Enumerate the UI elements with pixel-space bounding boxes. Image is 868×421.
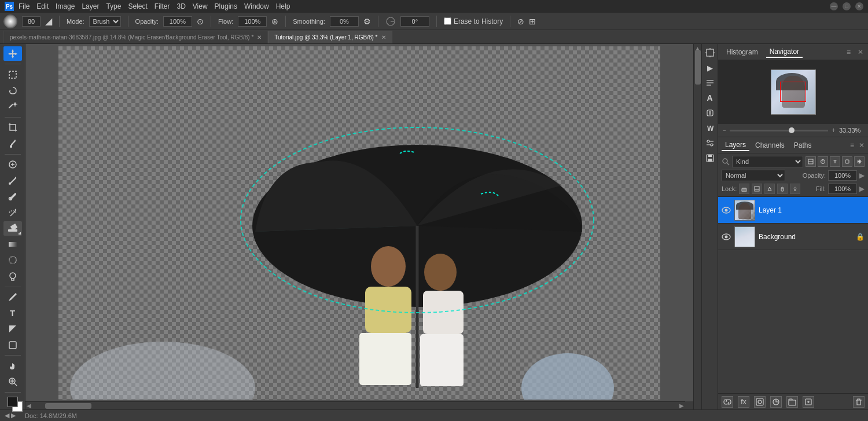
maximize-button[interactable]: □	[843, 2, 851, 10]
opacity-input[interactable]: 100%	[163, 16, 192, 27]
canvas-area[interactable]: ◀ ▶	[25, 44, 693, 409]
erase-to-history-label[interactable]: Erase to History	[444, 17, 503, 25]
scroll-left-arrow[interactable]: ◀	[27, 402, 31, 409]
foreground-background[interactable]	[8, 397, 18, 407]
canvas-scroll[interactable]	[25, 44, 693, 401]
lock-position-icon[interactable]	[777, 184, 788, 194]
add-mask-button[interactable]	[754, 396, 766, 408]
tool-history-brush[interactable]	[3, 205, 22, 219]
tool-pen[interactable]	[3, 290, 22, 304]
navigator-tab[interactable]: Navigator	[766, 46, 803, 58]
tool-crop[interactable]	[3, 120, 22, 135]
lock-image-icon[interactable]	[752, 184, 762, 194]
menu-image[interactable]: Image	[56, 2, 75, 10]
new-group-button[interactable]	[786, 396, 798, 408]
erase-to-history-checkbox[interactable]	[444, 17, 451, 25]
brush-preview[interactable]	[3, 14, 17, 28]
menu-window[interactable]: Window	[244, 2, 269, 10]
canvas-content[interactable]	[58, 46, 660, 400]
scroll-right-arrow[interactable]: ▶	[679, 402, 684, 409]
libraries-icon[interactable]: W	[704, 122, 716, 134]
flow-input[interactable]: 100%	[238, 16, 267, 27]
lock-all-icon[interactable]	[790, 184, 800, 194]
airbrush-icon[interactable]: ⊛	[271, 17, 278, 26]
tool-healing-brush[interactable]	[3, 158, 22, 172]
layer-item-layer1[interactable]: Layer 1	[718, 197, 868, 224]
pixel-filter-icon[interactable]	[806, 156, 816, 167]
zoom-slider[interactable]	[730, 130, 828, 131]
type-icon[interactable]: A	[704, 91, 716, 104]
type-filter-icon[interactable]: T	[830, 156, 840, 167]
lock-artboard-icon[interactable]	[764, 184, 775, 194]
delete-layer-button[interactable]	[853, 396, 865, 408]
layer-styles-button[interactable]: fx	[738, 396, 749, 408]
menu-3d[interactable]: 3D	[176, 2, 185, 10]
horizontal-scroll-thumb[interactable]	[45, 403, 91, 409]
tool-clone-stamp[interactable]	[3, 189, 22, 204]
layer-visibility-layer1[interactable]	[722, 206, 731, 215]
layers-panel-collapse[interactable]: ≡	[850, 141, 854, 149]
shape-filter-icon[interactable]	[842, 156, 852, 167]
tab-1-close[interactable]: ✕	[381, 34, 386, 41]
adjustment-filter-icon[interactable]	[818, 156, 828, 167]
fill-expand-icon[interactable]: ▶	[859, 185, 865, 193]
menu-view[interactable]: View	[193, 2, 208, 10]
opacity-expand-icon[interactable]: ▶	[859, 171, 865, 180]
histogram-tab[interactable]: Histogram	[723, 47, 762, 57]
smoothing-settings-icon[interactable]: ⚙	[363, 17, 371, 26]
tab-0[interactable]: pexels-matheus-natan-3683587.jpg @ 14.8%…	[3, 31, 268, 43]
zoom-out-icon[interactable]: −	[723, 127, 726, 134]
lock-transparent-icon[interactable]	[739, 184, 749, 194]
layer-visibility-background[interactable]	[722, 232, 731, 241]
tool-eraser[interactable]	[3, 221, 22, 236]
tab-0-close[interactable]: ✕	[257, 34, 262, 41]
fill-value-input[interactable]: 100%	[828, 184, 857, 194]
angle-input[interactable]: 0°	[400, 16, 429, 27]
tool-type[interactable]: T	[3, 306, 22, 320]
mode-select[interactable]: Brush	[89, 16, 121, 27]
navigator-close[interactable]: ✕	[858, 48, 863, 56]
vertical-scroll-thumb[interactable]	[695, 50, 701, 85]
artboard-icon[interactable]	[704, 46, 716, 59]
tool-magic-wand[interactable]	[3, 99, 22, 114]
menu-bar[interactable]: File Edit Image Layer Type Select Filter…	[19, 2, 290, 10]
tab-1[interactable]: Tutorial.jpg @ 33.3% (Layer 1, RGB/8) * …	[268, 31, 392, 43]
horizontal-scrollbar[interactable]: ◀ ▶	[25, 401, 685, 409]
tool-dodge[interactable]	[3, 269, 22, 283]
menu-filter[interactable]: Filter	[155, 2, 170, 10]
tool-brush[interactable]	[3, 173, 22, 188]
smartobject-filter-icon[interactable]	[854, 156, 865, 167]
menu-help[interactable]: Help	[276, 2, 290, 10]
foreground-color[interactable]	[8, 397, 18, 407]
save-icon[interactable]	[704, 152, 716, 164]
brush-size-value[interactable]: 80	[22, 16, 41, 27]
minimize-button[interactable]: —	[830, 2, 838, 10]
tool-eyedropper[interactable]	[3, 136, 22, 151]
opacity-icon[interactable]: ⊙	[197, 17, 204, 26]
opacity-value-input[interactable]: 100%	[828, 170, 857, 181]
tool-shape[interactable]	[3, 338, 22, 352]
brush-options-icon[interactable]: ◢	[45, 16, 52, 27]
extra-icon[interactable]: ⊞	[529, 17, 536, 26]
tool-path-selection[interactable]	[3, 321, 22, 336]
pressure-icon[interactable]: ⊘	[517, 17, 524, 26]
tool-hand[interactable]	[3, 358, 22, 373]
play-icon[interactable]: ▶	[704, 61, 716, 74]
tool-move[interactable]	[3, 46, 22, 61]
layers-tab-paths[interactable]: Paths	[790, 140, 815, 151]
navigator-viewport-box[interactable]	[780, 82, 806, 102]
properties-icon[interactable]	[704, 107, 716, 119]
blend-mode-select[interactable]: Normal	[722, 170, 785, 181]
adjustments-icon[interactable]	[704, 137, 716, 149]
menu-edit[interactable]: Edit	[36, 2, 49, 10]
smoothing-input[interactable]: 0%	[330, 16, 359, 27]
layer-item-background[interactable]: Background 🔒	[718, 224, 868, 250]
layers-tab-channels[interactable]: Channels	[752, 140, 788, 151]
vertical-scrollbar[interactable]: ▲ ▼	[693, 44, 701, 409]
status-arrows[interactable]: ◀ ▶	[5, 412, 16, 419]
tool-zoom[interactable]	[3, 375, 22, 389]
menu-file[interactable]: File	[19, 2, 30, 10]
filter-kind-select[interactable]: Kind	[732, 156, 803, 167]
link-layers-button[interactable]	[722, 396, 733, 408]
layers-panel-close[interactable]: ✕	[859, 141, 865, 149]
